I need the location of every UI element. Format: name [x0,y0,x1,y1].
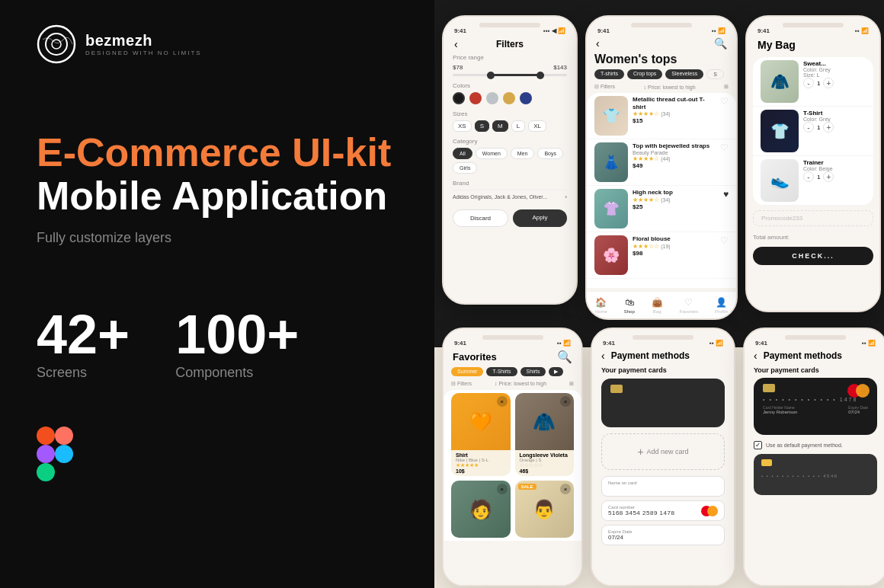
back-arrow-icon[interactable]: ‹ [454,38,458,50]
expiry-field[interactable]: Expire Date 07/24 [601,525,725,545]
nav-home-2[interactable]: 🏠Home [595,297,607,314]
qty-increase-2[interactable]: + [823,122,834,133]
nav-shop-2[interactable]: 🛍Shop [624,297,635,314]
color-black[interactable] [453,92,465,104]
product-brand-2: Beauty Parade [633,150,716,155]
chip-more-fav[interactable]: ▶ [549,367,563,376]
favorite-icon-3[interactable]: ♥ [723,189,729,200]
nav-profile-2[interactable]: 👤Profile [715,297,728,314]
expiry-value-6: 07/24 [848,410,868,414]
chip-tshirts-fav[interactable]: T-Shirts [486,367,517,376]
qty-decrease-1[interactable]: - [803,78,814,88]
qty-increase-3[interactable]: + [823,171,834,182]
favorite-icon-4[interactable]: ♡ [720,235,729,246]
size-xl[interactable]: XL [528,120,546,132]
add-card-button[interactable]: + Add new card [601,433,725,470]
fav-close-1[interactable]: × [497,396,508,407]
bag-meta-3: Color: Beige [803,166,866,171]
slider-thumb-left[interactable] [487,72,495,79]
fav-grid-icon[interactable]: ⊞ [569,381,574,387]
cat-women[interactable]: Women [476,148,508,159]
fav-filter-icon[interactable]: ⊟ Filters [451,381,472,387]
chip-tshirts[interactable]: T-shirts [594,69,624,79]
back-arrow-2-icon[interactable]: ‹ [596,37,600,50]
bottom-nav-2: 🏠Home 🛍Shop 👜Bag ♡Favorites 👤Profile [587,291,736,318]
phone-notch-6 [785,335,846,340]
nav-favorites-2[interactable]: ♡Favorites [679,297,698,314]
name-on-card-field[interactable]: Name on card [601,476,725,497]
title-ecommerce: E-Commerce UI-kit [37,130,391,174]
color-grey[interactable] [486,92,498,104]
price-slider[interactable] [453,74,567,76]
size-l[interactable]: L [511,120,525,132]
cat-girls[interactable]: Girls [453,162,477,174]
qty-increase-1[interactable]: + [823,78,834,88]
fav-info-1: Shirt Nike | Blue | S-L ★★★★★ 10$ [451,450,511,476]
qty-decrease-3[interactable]: - [803,171,814,182]
filters-title: Filters [496,39,524,50]
screens-count: 42+ [37,307,130,362]
back-arrow-6-icon[interactable]: ‹ [754,350,757,362]
size-xs[interactable]: XS [453,120,472,132]
color-gold[interactable] [503,92,515,104]
fav-sort-icon[interactable]: ↕ Price: lowest to high [495,381,546,387]
bag-name-3: Trainer [803,159,866,166]
cat-boys[interactable]: Boys [537,148,563,159]
chip-shirts-fav[interactable]: Shirts [520,367,546,376]
chip-crop[interactable]: Crop tops [627,69,662,79]
fav-card-1[interactable]: 🧡 × Shirt Nike | Blue | S-L ★★★★★ 10$ [451,393,511,476]
favorite-icon-1[interactable]: ♡ [720,96,729,107]
product-thumb-4: 🌸 [594,235,628,275]
cat-men[interactable]: Men [511,148,535,159]
checkout-button[interactable]: CHECK... [753,247,873,265]
fav-close-4[interactable]: × [560,484,571,494]
favorite-icon-2[interactable]: ♡ [720,142,729,153]
sort-option[interactable]: ↕ Price: lowest to high [643,85,695,90]
size-m[interactable]: M [492,120,508,132]
bag-thumb-1: 🧥 [761,60,799,103]
brand-name: bezmezh [85,32,202,50]
cat-all[interactable]: All [453,148,472,159]
color-navy[interactable] [520,92,532,104]
product-price-1: $15 [633,117,716,124]
fav-sort-bar: ⊟ Filters ↕ Price: lowest to high ⊞ [444,379,581,390]
logo-text: bezmezh Designed with no limits [85,32,202,56]
favorites-search-icon[interactable]: 🔍 [557,350,572,364]
fav-close-3[interactable]: × [497,484,508,494]
search-icon[interactable]: 🔍 [714,37,727,50]
signal-4: ▪▪ 📶 [557,340,571,347]
screens-label: Screens [37,365,130,381]
category-options: All Women Men Boys Girls [453,148,567,174]
nav-bag-2[interactable]: 👜Bag [652,297,663,314]
chip-more[interactable]: S [706,69,724,79]
size-options: XS S M L XL [453,120,567,132]
slider-thumb-right[interactable] [536,72,544,79]
main-credit-card: • • • • • • • • • • • • 1478 Card Holder… [754,378,877,435]
product-item-1: 👕 Metallic thread cut-out T-shirt ★★★★☆ … [587,93,736,139]
promo-code-field[interactable]: Promocode233 [753,210,873,226]
apply-button[interactable]: Apply [513,209,567,227]
qty-value-3: 1 [817,174,820,181]
qty-decrease-2[interactable]: - [803,122,814,133]
stats-area: 42+ Screens 100+ Components [37,307,398,381]
fav-card-3[interactable]: 🧑 × [451,481,511,538]
fav-card-2[interactable]: 🧥 × Longsleeve Violeta Orange | S ☆☆☆☆☆ … [515,393,575,476]
default-payment-checkbox[interactable]: ✓ Use as default payment method. [745,439,884,454]
phone-favorites: 9:41 ▪▪ 📶 Favorites 🔍 Summer T-Shirts Sh… [442,328,583,586]
chip-summer[interactable]: Summer [451,367,483,376]
size-s[interactable]: S [475,120,489,132]
grid-icon[interactable]: ⊞ [724,84,729,90]
brand-row[interactable]: Adidas Originals, Jack & Jones, Oliver..… [453,190,567,203]
card-number-field[interactable]: Card number 5168 3454 2589 1478 [601,500,725,521]
bag-item-1: 🧥 Sweat... Color: Grey Size: L - 1 + [753,57,873,107]
back-arrow-5-icon[interactable]: ‹ [601,350,605,362]
color-red[interactable] [469,92,482,104]
fav-card-4[interactable]: 👨 SALE × [515,481,575,538]
fav-close-2[interactable]: × [560,396,571,407]
chip-sleeveless[interactable]: Sleeveless [665,69,703,79]
discard-button[interactable]: Discard [453,209,508,227]
phone-notch-3 [783,23,844,27]
filter-icon[interactable]: ⊟ Filters [594,84,615,90]
second-card-number: • • • • • • • • • • • • 4546 [761,474,870,478]
stars-1: ★★★★☆ (34) [633,110,716,117]
